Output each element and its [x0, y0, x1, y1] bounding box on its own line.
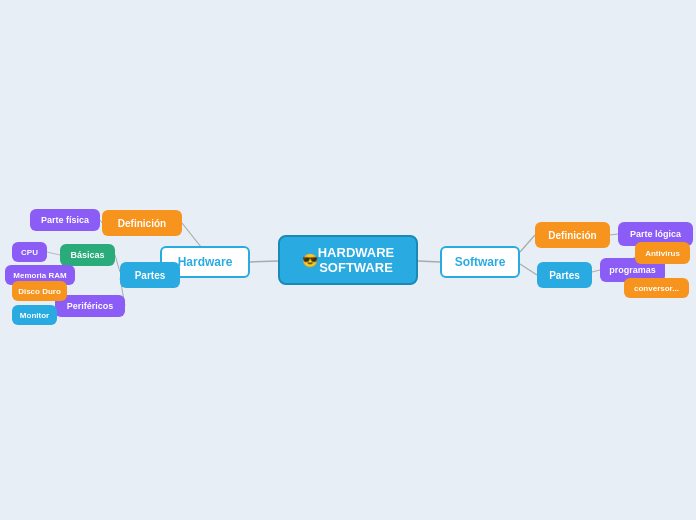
center-emoji: 😎 [302, 253, 318, 268]
software-node[interactable]: Software [440, 246, 520, 278]
sw-partes-node[interactable]: Partes [537, 262, 592, 288]
hw-monitor-node[interactable]: Monitor [12, 305, 57, 325]
hw-partes-node[interactable]: Partes [120, 262, 180, 288]
hw-basicas-node[interactable]: Básicas [60, 244, 115, 266]
hw-cpu-node[interactable]: CPU [12, 242, 47, 262]
svg-line-14 [592, 270, 600, 272]
sw-antivirus-node[interactable]: Antivirus [635, 242, 690, 264]
svg-line-7 [47, 252, 60, 255]
hw-disco-node[interactable]: Disco Duro [12, 281, 67, 301]
svg-line-0 [250, 261, 278, 262]
svg-line-11 [520, 235, 535, 252]
sw-definicion-node[interactable]: Definición [535, 222, 610, 248]
sw-conversor-node[interactable]: conversor... [624, 278, 689, 298]
svg-line-12 [520, 264, 537, 275]
hw-definicion-node[interactable]: Definición [102, 210, 182, 236]
software-label: Software [455, 255, 506, 269]
hw-parte-fisica-node[interactable]: Parte física [30, 209, 100, 231]
center-label: HARDWARE SOFTWARE [318, 245, 395, 275]
svg-line-1 [418, 261, 440, 262]
hardware-label: Hardware [178, 255, 233, 269]
center-node[interactable]: 😎 HARDWARE SOFTWARE [278, 235, 418, 285]
svg-line-13 [610, 234, 618, 235]
